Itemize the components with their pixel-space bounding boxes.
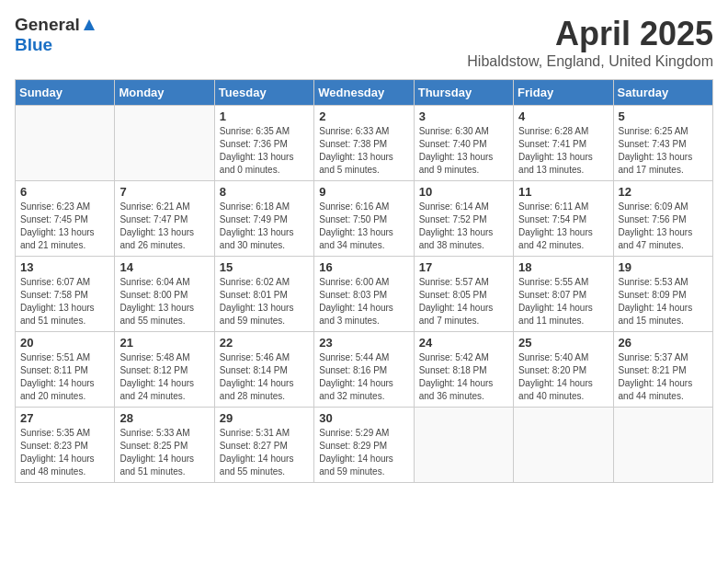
day-info: Sunrise: 6:07 AMSunset: 7:58 PMDaylight:… xyxy=(20,276,109,327)
day-number: 4 xyxy=(518,109,608,123)
day-number: 25 xyxy=(518,336,608,350)
day-info: Sunrise: 5:29 AMSunset: 8:29 PMDaylight:… xyxy=(319,427,408,478)
day-info: Sunrise: 5:40 AMSunset: 8:20 PMDaylight:… xyxy=(518,351,608,403)
day-info: Sunrise: 5:35 AMSunset: 8:23 PMDaylight:… xyxy=(20,427,109,478)
calendar-cell: 16Sunrise: 6:00 AMSunset: 8:03 PMDayligh… xyxy=(314,257,414,332)
day-number: 10 xyxy=(419,185,508,199)
calendar-cell: 22Sunrise: 5:46 AMSunset: 8:14 PMDayligh… xyxy=(214,332,313,408)
day-info: Sunrise: 6:30 AMSunset: 7:40 PMDaylight:… xyxy=(419,125,508,177)
day-info: Sunrise: 5:44 AMSunset: 8:16 PMDaylight:… xyxy=(319,351,408,403)
day-number: 29 xyxy=(220,411,309,425)
day-number: 19 xyxy=(619,260,708,274)
calendar-table: SundayMondayTuesdayWednesdayThursdayFrid… xyxy=(15,79,713,483)
calendar-cell: 27Sunrise: 5:35 AMSunset: 8:23 PMDayligh… xyxy=(16,408,115,483)
calendar-cell xyxy=(115,106,214,181)
header-day-saturday: Saturday xyxy=(613,80,712,106)
calendar-cell: 30Sunrise: 5:29 AMSunset: 8:29 PMDayligh… xyxy=(314,408,414,483)
header-day-monday: Monday xyxy=(115,80,214,106)
svg-marker-0 xyxy=(84,19,95,30)
day-number: 26 xyxy=(619,336,708,350)
title-section: April 2025 Hibaldstow, England, United K… xyxy=(467,15,713,70)
calendar-cell xyxy=(514,408,613,483)
day-number: 2 xyxy=(319,109,408,123)
logo: General Blue xyxy=(15,15,97,55)
calendar-cell: 19Sunrise: 5:53 AMSunset: 8:09 PMDayligh… xyxy=(613,257,712,332)
day-number: 24 xyxy=(419,336,508,350)
calendar-cell: 7Sunrise: 6:21 AMSunset: 7:47 PMDaylight… xyxy=(115,181,214,257)
day-number: 8 xyxy=(220,185,309,199)
calendar-cell: 4Sunrise: 6:28 AMSunset: 7:41 PMDaylight… xyxy=(514,106,613,181)
day-number: 14 xyxy=(119,260,209,274)
day-number: 6 xyxy=(20,185,109,199)
calendar-cell: 13Sunrise: 6:07 AMSunset: 7:58 PMDayligh… xyxy=(16,257,115,332)
day-info: Sunrise: 6:04 AMSunset: 8:00 PMDaylight:… xyxy=(119,276,209,327)
logo-icon xyxy=(82,17,97,32)
calendar-cell: 24Sunrise: 5:42 AMSunset: 8:18 PMDayligh… xyxy=(414,332,513,408)
day-info: Sunrise: 5:33 AMSunset: 8:25 PMDaylight:… xyxy=(119,427,209,478)
header-day-friday: Friday xyxy=(514,80,613,106)
day-info: Sunrise: 6:23 AMSunset: 7:45 PMDaylight:… xyxy=(20,201,109,252)
logo-blue: Blue xyxy=(15,35,52,54)
calendar-cell xyxy=(16,106,115,181)
calendar-cell: 2Sunrise: 6:33 AMSunset: 7:38 PMDaylight… xyxy=(314,106,414,181)
calendar-body: 1Sunrise: 6:35 AMSunset: 7:36 PMDaylight… xyxy=(16,106,713,483)
calendar-cell: 23Sunrise: 5:44 AMSunset: 8:16 PMDayligh… xyxy=(314,332,414,408)
day-number: 20 xyxy=(20,336,109,350)
calendar-cell: 28Sunrise: 5:33 AMSunset: 8:25 PMDayligh… xyxy=(115,408,214,483)
header-day-thursday: Thursday xyxy=(414,80,513,106)
day-number: 11 xyxy=(518,185,608,199)
day-info: Sunrise: 6:33 AMSunset: 7:38 PMDaylight:… xyxy=(319,125,408,177)
day-info: Sunrise: 5:48 AMSunset: 8:12 PMDaylight:… xyxy=(119,351,209,403)
day-number: 1 xyxy=(220,109,309,123)
day-info: Sunrise: 6:21 AMSunset: 7:47 PMDaylight:… xyxy=(119,201,209,252)
calendar-cell: 5Sunrise: 6:25 AMSunset: 7:43 PMDaylight… xyxy=(613,106,712,181)
day-info: Sunrise: 6:11 AMSunset: 7:54 PMDaylight:… xyxy=(518,201,608,252)
day-info: Sunrise: 6:16 AMSunset: 7:50 PMDaylight:… xyxy=(319,201,408,252)
calendar-cell: 6Sunrise: 6:23 AMSunset: 7:45 PMDaylight… xyxy=(16,181,115,257)
calendar-cell: 21Sunrise: 5:48 AMSunset: 8:12 PMDayligh… xyxy=(115,332,214,408)
week-row-5: 27Sunrise: 5:35 AMSunset: 8:23 PMDayligh… xyxy=(16,408,713,483)
calendar-cell xyxy=(414,408,513,483)
calendar-cell: 29Sunrise: 5:31 AMSunset: 8:27 PMDayligh… xyxy=(214,408,313,483)
day-info: Sunrise: 6:02 AMSunset: 8:01 PMDaylight:… xyxy=(220,276,309,327)
calendar-cell: 10Sunrise: 6:14 AMSunset: 7:52 PMDayligh… xyxy=(414,181,513,257)
day-number: 22 xyxy=(220,336,309,350)
calendar-cell: 18Sunrise: 5:55 AMSunset: 8:07 PMDayligh… xyxy=(514,257,613,332)
header-row: SundayMondayTuesdayWednesdayThursdayFrid… xyxy=(16,80,713,106)
day-info: Sunrise: 5:42 AMSunset: 8:18 PMDaylight:… xyxy=(419,351,508,403)
calendar-subtitle: Hibaldstow, England, United Kingdom xyxy=(467,53,713,70)
day-info: Sunrise: 6:18 AMSunset: 7:49 PMDaylight:… xyxy=(220,201,309,252)
calendar-cell: 9Sunrise: 6:16 AMSunset: 7:50 PMDaylight… xyxy=(314,181,414,257)
calendar-cell: 26Sunrise: 5:37 AMSunset: 8:21 PMDayligh… xyxy=(613,332,712,408)
day-info: Sunrise: 6:28 AMSunset: 7:41 PMDaylight:… xyxy=(518,125,608,177)
header-day-tuesday: Tuesday xyxy=(214,80,313,106)
week-row-1: 1Sunrise: 6:35 AMSunset: 7:36 PMDaylight… xyxy=(16,106,713,181)
day-number: 21 xyxy=(119,336,209,350)
calendar-cell: 20Sunrise: 5:51 AMSunset: 8:11 PMDayligh… xyxy=(16,332,115,408)
calendar-title: April 2025 xyxy=(467,15,713,53)
day-number: 28 xyxy=(119,411,209,425)
week-row-3: 13Sunrise: 6:07 AMSunset: 7:58 PMDayligh… xyxy=(16,257,713,332)
day-info: Sunrise: 5:46 AMSunset: 8:14 PMDaylight:… xyxy=(220,351,309,403)
calendar-header: SundayMondayTuesdayWednesdayThursdayFrid… xyxy=(16,80,713,106)
day-info: Sunrise: 5:51 AMSunset: 8:11 PMDaylight:… xyxy=(20,351,109,403)
day-info: Sunrise: 6:09 AMSunset: 7:56 PMDaylight:… xyxy=(619,201,708,252)
day-number: 13 xyxy=(20,260,109,274)
day-number: 18 xyxy=(518,260,608,274)
day-info: Sunrise: 5:37 AMSunset: 8:21 PMDaylight:… xyxy=(619,351,708,403)
day-number: 23 xyxy=(319,336,408,350)
week-row-2: 6Sunrise: 6:23 AMSunset: 7:45 PMDaylight… xyxy=(16,181,713,257)
calendar-cell: 3Sunrise: 6:30 AMSunset: 7:40 PMDaylight… xyxy=(414,106,513,181)
week-row-4: 20Sunrise: 5:51 AMSunset: 8:11 PMDayligh… xyxy=(16,332,713,408)
day-number: 5 xyxy=(619,109,708,123)
calendar-cell: 11Sunrise: 6:11 AMSunset: 7:54 PMDayligh… xyxy=(514,181,613,257)
calendar-cell: 8Sunrise: 6:18 AMSunset: 7:49 PMDaylight… xyxy=(214,181,313,257)
day-info: Sunrise: 6:00 AMSunset: 8:03 PMDaylight:… xyxy=(319,276,408,327)
calendar-cell: 25Sunrise: 5:40 AMSunset: 8:20 PMDayligh… xyxy=(514,332,613,408)
calendar-cell: 14Sunrise: 6:04 AMSunset: 8:00 PMDayligh… xyxy=(115,257,214,332)
calendar-cell: 12Sunrise: 6:09 AMSunset: 7:56 PMDayligh… xyxy=(613,181,712,257)
logo-general: General xyxy=(15,15,80,35)
day-number: 12 xyxy=(619,185,708,199)
day-number: 16 xyxy=(319,260,408,274)
day-info: Sunrise: 6:25 AMSunset: 7:43 PMDaylight:… xyxy=(619,125,708,177)
